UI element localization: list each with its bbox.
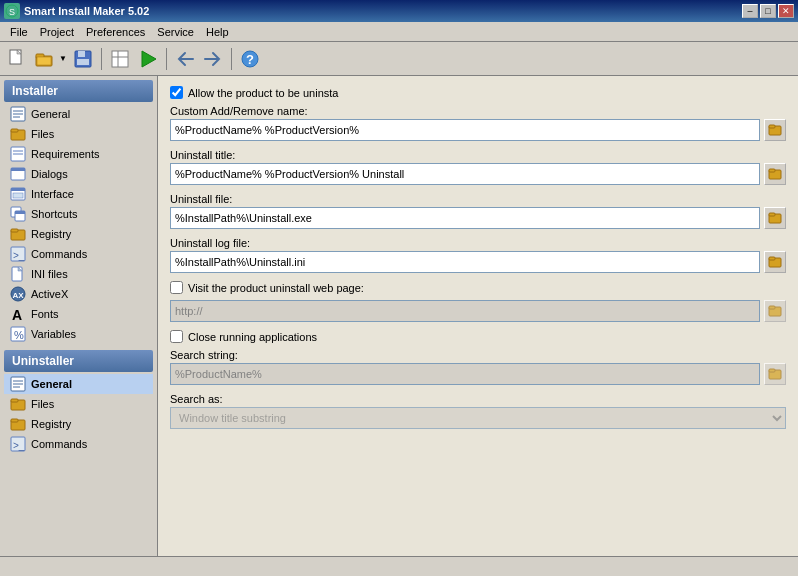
svg-rect-55 xyxy=(769,125,775,128)
toolbar-grid-button[interactable] xyxy=(107,46,133,72)
svg-rect-9 xyxy=(77,59,89,65)
menu-file[interactable]: File xyxy=(4,24,34,40)
svg-rect-57 xyxy=(769,169,775,172)
close-apps-checkbox[interactable] xyxy=(170,330,183,343)
menu-help[interactable]: Help xyxy=(200,24,235,40)
fonts-icon: A xyxy=(10,306,26,322)
search-string-browse-button[interactable] xyxy=(764,363,786,385)
sidebar-item-ini[interactable]: INI files xyxy=(4,264,153,284)
maximize-button[interactable]: □ xyxy=(760,4,776,18)
svg-rect-49 xyxy=(11,399,18,402)
installer-section: Installer General Files Requirements xyxy=(4,80,153,344)
sidebar-item-uninstaller-registry[interactable]: Registry xyxy=(4,414,153,434)
toolbar-save-button[interactable] xyxy=(70,46,96,72)
toolbar-forward-button[interactable] xyxy=(200,46,226,72)
visit-webpage-label[interactable]: Visit the product uninstall web page: xyxy=(188,282,364,294)
activex-label: ActiveX xyxy=(31,288,68,300)
sidebar-item-uninstaller-files[interactable]: Files xyxy=(4,394,153,414)
commands-icon: >_ xyxy=(10,246,26,262)
uninstall-file-browse-button[interactable] xyxy=(764,207,786,229)
dialogs-label: Dialogs xyxy=(31,168,68,180)
menu-project[interactable]: Project xyxy=(34,24,80,40)
uninstaller-files-label: Files xyxy=(31,398,54,410)
uninstall-title-input[interactable] xyxy=(170,163,760,185)
commands-label: Commands xyxy=(31,248,87,260)
uninstaller-commands-icon: >_ xyxy=(10,436,26,452)
sidebar-item-commands[interactable]: >_ Commands xyxy=(4,244,153,264)
sidebar-item-fonts[interactable]: A Fonts xyxy=(4,304,153,324)
uninstaller-commands-label: Commands xyxy=(31,438,87,450)
sidebar-item-uninstaller-commands[interactable]: >_ Commands xyxy=(4,434,153,454)
sidebar-item-installer-files[interactable]: Files xyxy=(4,124,153,144)
allow-uninstall-label[interactable]: Allow the product to be uninsta xyxy=(188,87,338,99)
files-icon xyxy=(10,126,26,142)
url-input[interactable] xyxy=(170,300,760,322)
uninstall-log-file-browse-button[interactable] xyxy=(764,251,786,273)
visit-webpage-checkbox[interactable] xyxy=(170,281,183,294)
toolbar-back-button[interactable] xyxy=(172,46,198,72)
sidebar-item-shortcuts[interactable]: Shortcuts xyxy=(4,204,153,224)
custom-add-remove-input[interactable] xyxy=(170,119,760,141)
svg-rect-37 xyxy=(12,267,22,281)
requirements-label: Requirements xyxy=(31,148,99,160)
shortcuts-icon xyxy=(10,206,26,222)
svg-rect-10 xyxy=(112,51,128,67)
toolbar-open-group: ▼ xyxy=(32,46,68,72)
sidebar-item-dialogs[interactable]: Dialogs xyxy=(4,164,153,184)
svg-rect-28 xyxy=(11,188,25,191)
sidebar-item-activex[interactable]: AX ActiveX xyxy=(4,284,153,304)
toolbar-help-button[interactable]: ? xyxy=(237,46,263,72)
close-apps-label[interactable]: Close running applications xyxy=(188,331,317,343)
allow-uninstall-checkbox[interactable] xyxy=(170,86,183,99)
uninstaller-registry-icon xyxy=(10,416,26,432)
uninstall-title-label: Uninstall title: xyxy=(170,149,786,161)
ini-label: INI files xyxy=(31,268,68,280)
registry-label: Registry xyxy=(31,228,71,240)
content-area: Allow the product to be uninsta Custom A… xyxy=(158,76,798,556)
uninstall-file-row: Uninstall file: xyxy=(170,193,786,229)
sidebar-item-registry[interactable]: Registry xyxy=(4,224,153,244)
svg-rect-6 xyxy=(37,57,51,65)
uninstaller-general-icon xyxy=(10,376,26,392)
sidebar-item-variables[interactable]: % Variables xyxy=(4,324,153,344)
uninstall-title-browse-button[interactable] xyxy=(764,163,786,185)
sidebar-item-installer-general[interactable]: General xyxy=(4,104,153,124)
close-apps-row: Close running applications xyxy=(170,330,786,343)
sidebar-item-interface[interactable]: Interface xyxy=(4,184,153,204)
custom-add-remove-row: Custom Add/Remove name: xyxy=(170,105,786,141)
menu-preferences[interactable]: Preferences xyxy=(80,24,151,40)
toolbar-open-button[interactable] xyxy=(32,46,58,72)
uninstaller-files-icon xyxy=(10,396,26,412)
toolbar-open-dropdown[interactable]: ▼ xyxy=(58,46,68,72)
svg-text:%: % xyxy=(14,329,24,341)
status-bar xyxy=(0,556,798,576)
dialogs-icon xyxy=(10,166,26,182)
sidebar-item-uninstaller-general[interactable]: General xyxy=(4,374,153,394)
toolbar-new-button[interactable] xyxy=(4,46,30,72)
uninstall-log-file-row: Uninstall log file: xyxy=(170,237,786,273)
search-as-select[interactable]: Window title substring xyxy=(170,407,786,429)
shortcuts-label: Shortcuts xyxy=(31,208,77,220)
svg-text:?: ? xyxy=(246,52,254,67)
custom-add-remove-browse-button[interactable] xyxy=(764,119,786,141)
search-string-input[interactable] xyxy=(170,363,760,385)
close-button[interactable]: ✕ xyxy=(778,4,794,18)
visit-webpage-row: Visit the product uninstall web page: xyxy=(170,281,786,294)
requirements-icon xyxy=(10,146,26,162)
sidebar-item-requirements[interactable]: Requirements xyxy=(4,144,153,164)
svg-rect-26 xyxy=(11,168,25,171)
menu-service[interactable]: Service xyxy=(151,24,200,40)
uninstall-title-row: Uninstall title: xyxy=(170,149,786,185)
app-icon: S xyxy=(4,3,20,19)
toolbar-run-button[interactable] xyxy=(135,46,161,72)
svg-rect-63 xyxy=(769,306,775,309)
uninstall-file-input[interactable] xyxy=(170,207,760,229)
uninstall-log-file-input[interactable] xyxy=(170,251,760,273)
minimize-button[interactable]: – xyxy=(742,4,758,18)
svg-rect-59 xyxy=(769,213,775,216)
variables-label: Variables xyxy=(31,328,76,340)
fonts-label: Fonts xyxy=(31,308,59,320)
svg-rect-21 xyxy=(11,129,18,132)
registry-icon xyxy=(10,226,26,242)
url-browse-button[interactable] xyxy=(764,300,786,322)
